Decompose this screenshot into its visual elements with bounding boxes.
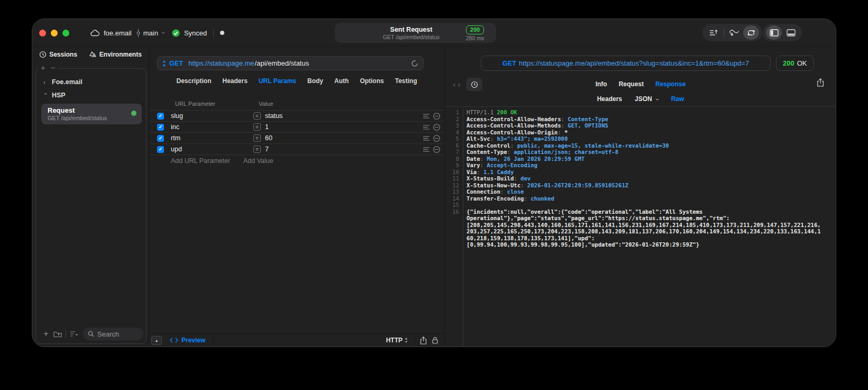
bottom-panel-toggle-icon[interactable] — [783, 25, 799, 40]
response-subtab-headers[interactable]: Headers — [597, 95, 622, 103]
row-options-icon[interactable] — [423, 136, 430, 141]
share-icon[interactable] — [420, 337, 427, 344]
tab-body[interactable]: Body — [307, 77, 323, 85]
add-url-parameter-placeholder[interactable]: Add URL Parameter — [149, 157, 243, 165]
method-selector-icon[interactable] — [162, 60, 166, 67]
loop-download-icon[interactable] — [726, 25, 742, 40]
code-token: Access-Control-Allow-Headers — [467, 116, 561, 122]
tab-sessions-label: Sessions — [49, 51, 77, 58]
remove-param-icon[interactable] — [433, 124, 440, 131]
code-token: : — [500, 188, 507, 195]
response-line: 11X-Status-Build: dev — [445, 175, 836, 182]
tab-environments[interactable]: Environments — [89, 51, 142, 58]
code-token: Mon, 26 Jan 2026 20:29:59 GMT — [487, 156, 584, 162]
sent-request-subtitle: GET /api/embed/status — [363, 34, 459, 40]
param-value[interactable]: status — [265, 112, 282, 120]
expand-panel-button[interactable]: ▲ — [151, 336, 162, 345]
line-text: Operational"},"page":"status","page_url"… — [459, 215, 729, 222]
code-token: chunked — [531, 195, 554, 202]
param-enabled-checkbox[interactable]: ✓ — [157, 135, 164, 142]
code-token: : — [561, 116, 568, 122]
response-body[interactable]: 1HTTP/1.1 200 OK2Access-Control-Allow-He… — [445, 109, 836, 347]
response-tab-request[interactable]: Request — [619, 80, 644, 88]
branch-selector[interactable]: main — [143, 29, 158, 37]
export-response-icon[interactable] — [817, 78, 824, 87]
add-parameter-row[interactable]: Add URL Parameter Add Value — [149, 155, 444, 166]
remove-session-button[interactable]: − — [51, 64, 56, 71]
remove-param-icon[interactable] — [433, 113, 440, 120]
search-field[interactable] — [83, 328, 143, 340]
line-text — [459, 202, 467, 208]
response-line: 13Connection: close — [445, 188, 836, 195]
response-subtab-raw[interactable]: Raw — [671, 95, 684, 103]
tab-url-params[interactable]: URL Params — [259, 77, 296, 85]
param-enabled-checkbox[interactable]: ✓ — [157, 113, 164, 120]
tab-options[interactable]: Options — [360, 77, 383, 85]
add-request-button[interactable]: + — [40, 328, 52, 340]
preview-button[interactable]: Preview — [170, 337, 205, 344]
param-name[interactable]: inc — [171, 123, 179, 131]
tab-testing[interactable]: Testing — [395, 77, 417, 85]
zoom-window-button[interactable] — [62, 30, 69, 37]
code-token: Vary — [467, 162, 480, 168]
sidebar-group-foe-email[interactable]: ›Foe.email — [41, 75, 142, 88]
import-export-icon[interactable] — [706, 25, 721, 40]
sync-requests-icon[interactable] — [743, 25, 759, 40]
param-value[interactable]: 7 — [265, 146, 269, 153]
remove-param-icon[interactable] — [433, 135, 440, 142]
line-number: 13 — [445, 188, 459, 195]
environments-icon — [89, 51, 97, 58]
code-token: X-Status-Now-Utc — [467, 182, 520, 188]
param-name[interactable]: rtm — [171, 134, 180, 142]
search-input[interactable] — [97, 330, 139, 338]
add-value-placeholder[interactable]: Add Value — [243, 157, 273, 165]
code-token: Access-Control-Allow-Methods — [467, 122, 561, 129]
param-value[interactable]: 60 — [265, 134, 272, 142]
sidebar-toggle-icon[interactable] — [766, 25, 782, 40]
project-name[interactable]: foe.email — [104, 29, 132, 37]
response-tab-info[interactable]: Info — [596, 80, 607, 88]
param-value[interactable]: 1 — [265, 123, 269, 131]
add-session-button[interactable]: + — [41, 64, 45, 71]
remove-param-icon[interactable] — [433, 146, 440, 153]
request-method[interactable]: GET — [169, 60, 183, 67]
sent-request-pill[interactable]: Sent Request GET /api/embed/status 200 2… — [335, 23, 496, 43]
response-url-field[interactable]: GET https://statuspage.me/api/embed/stat… — [481, 56, 771, 71]
response-line: 2Access-Control-Allow-Headers: Content-T… — [445, 116, 836, 123]
chevron-down-icon[interactable]: › — [160, 32, 167, 34]
param-name[interactable]: slug — [171, 112, 183, 120]
response-subtab-json[interactable]: JSON — [635, 95, 652, 103]
sidebar-group-label: Foe.email — [52, 78, 83, 86]
chevron-expanded-icon[interactable]: › — [43, 93, 49, 97]
param-name[interactable]: upd — [171, 146, 182, 153]
chevron-collapsed-icon[interactable]: › — [43, 79, 48, 85]
request-url-field[interactable]: GET https://statuspage.me /api/embed/sta… — [157, 56, 424, 70]
line-text: Access-Control-Allow-Methods: GET, OPTIO… — [459, 122, 608, 129]
minimize-window-button[interactable] — [51, 30, 58, 37]
sidebar-group-label: HSP — [52, 92, 66, 99]
refresh-icon[interactable] — [411, 60, 418, 67]
tab-sessions[interactable]: Sessions — [39, 51, 77, 58]
close-window-button[interactable] — [39, 30, 46, 37]
line-text: {"incidents":null,"overall":{"code":"ope… — [459, 208, 702, 215]
tab-auth[interactable]: Auth — [334, 77, 349, 85]
param-enabled-checkbox[interactable]: ✓ — [157, 146, 164, 153]
param-enabled-checkbox[interactable]: ✓ — [157, 124, 164, 131]
row-options-icon[interactable] — [423, 147, 430, 152]
lock-icon[interactable] — [432, 337, 438, 344]
code-token: : — [561, 122, 568, 129]
sort-filter-icon[interactable] — [68, 328, 80, 340]
code-token: : — [480, 162, 487, 168]
tab-description[interactable]: Description — [177, 77, 212, 85]
row-options-icon[interactable] — [423, 125, 430, 130]
new-folder-button[interactable] — [52, 328, 63, 340]
row-options-icon[interactable] — [423, 114, 430, 119]
protocol-selector[interactable]: HTTP — [386, 337, 408, 344]
sidebar-group-hsp[interactable]: ›HSP — [41, 88, 142, 102]
tab-headers[interactable]: Headers — [223, 77, 248, 85]
response-tab-response[interactable]: Response — [655, 80, 686, 88]
code-token: 200 OK — [497, 109, 517, 115]
code-token: HTTP/1.1 — [467, 109, 497, 115]
protocol-label: HTTP — [386, 337, 403, 344]
sidebar-item-request[interactable]: RequestGET /api/embed/status — [41, 104, 142, 124]
